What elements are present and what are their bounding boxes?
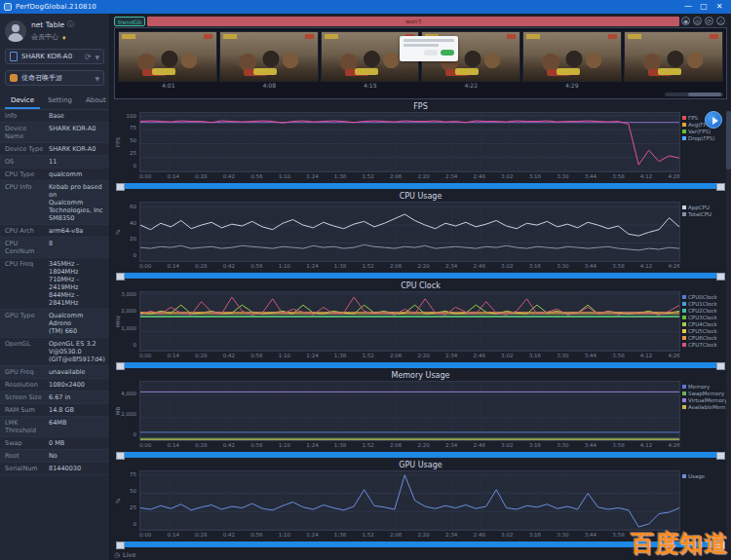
user-box[interactable]: net Table ⓘ 会员中心 ♦: [0, 14, 109, 49]
refresh-icon[interactable]: ⟳: [705, 17, 713, 25]
legend-label: SwapMemory: [688, 391, 724, 396]
info-value: Kebab pro based on Qualcomm Technologies…: [49, 183, 109, 222]
chart-plot: AppCPUTotalCPU: [139, 202, 680, 262]
info-value: OpenGL ES 3.2 V@0530.0 (GIT@e8f5917d4): [49, 340, 109, 363]
legend-item: VirtualMemory: [682, 397, 724, 403]
x-tick-label: 0:14: [168, 442, 179, 451]
app-logo-icon: [4, 3, 12, 11]
chart-scrollbar[interactable]: [116, 452, 725, 458]
info-value: 81440030: [49, 465, 109, 472]
screenshot-thumbnail[interactable]: [522, 31, 622, 82]
tab-about[interactable]: About: [80, 93, 112, 109]
x-tick-label: 3:16: [529, 173, 541, 182]
info-row: Device NameSHARK KOR-A0: [0, 123, 109, 143]
x-tick-label: 3:58: [612, 353, 624, 361]
avatar: [5, 20, 26, 42]
chart-body: %6040200AppCPUTotalCPU: [114, 202, 727, 262]
chart-title: CPU Usage: [114, 191, 727, 202]
alert-marker-bar[interactable]: won't: [147, 17, 679, 26]
info-value: SHARK KOR-A0: [49, 125, 109, 140]
x-tick-label: 3:02: [501, 532, 513, 541]
y-tick-label: 20: [130, 236, 136, 242]
x-tick-label: 1:10: [279, 442, 290, 451]
chart-plot: FPSAvg(FPS)Var(FPS)Drop(FPS): [139, 112, 680, 172]
y-tick-label: 75: [130, 471, 136, 477]
info-label: CPU Info: [0, 183, 49, 222]
x-tick-label: 1:10: [279, 353, 290, 361]
legend-item: TotalCPU: [682, 211, 724, 217]
x-tick-label: 0:42: [223, 173, 235, 182]
thumb-scene: [152, 68, 175, 75]
chart-plot: CPU0ClockCPU1ClockCPU2ClockCPU3ClockCPU4…: [139, 291, 680, 352]
thumbnail-time: 4:29: [521, 82, 623, 92]
legend-label: Drop(FPS): [688, 135, 715, 141]
y-tick-label: 0: [134, 342, 137, 348]
thumb-tag: [223, 34, 237, 39]
x-tick-label: 3:02: [501, 353, 513, 361]
chart-title: FPS: [114, 101, 727, 112]
chart-cpu-usage: CPU Usage%6040200AppCPUTotalCPU0:000:140…: [114, 191, 727, 280]
thumbnail-time: 4:01: [118, 82, 219, 92]
alert-marker-label: won't: [405, 18, 421, 24]
tab-setting[interactable]: Setting: [42, 93, 78, 109]
play-button[interactable]: [705, 111, 722, 129]
legend-label: CPU2Clock: [688, 308, 717, 314]
tab-device[interactable]: Device: [5, 93, 40, 109]
x-tick-label: 0:28: [195, 173, 207, 182]
trend-tag-button[interactable]: trendGb: [114, 17, 145, 26]
info-label: Device Name: [0, 125, 49, 140]
app-select[interactable]: 使命召唤手游 ▼: [5, 70, 104, 86]
y-tick-label: 25: [130, 150, 136, 156]
x-tick-label: 0:56: [250, 442, 262, 451]
popup-ok-button[interactable]: [441, 50, 454, 56]
y-tick-label: 25: [130, 504, 136, 510]
screenshot-thumbnail[interactable]: [219, 31, 319, 82]
x-axis-ticks: 0:000:140:280:420:561:101:241:381:522:06…: [139, 173, 680, 182]
x-tick-label: 3:30: [557, 353, 568, 361]
info-value: qualcomm: [49, 170, 109, 178]
screenshot-thumbnail[interactable]: [624, 31, 723, 82]
refresh-device-icon[interactable]: ⟳: [85, 53, 92, 61]
x-tick-label: 1:38: [334, 353, 346, 361]
x-tick-label: 3:44: [585, 442, 596, 451]
legend-swatch: [682, 316, 686, 319]
x-tick-label: 0:42: [223, 442, 235, 451]
x-tick-label: 0:56: [250, 263, 262, 272]
thumb-tag: [710, 34, 718, 39]
chart-scrollbar[interactable]: [116, 273, 725, 279]
x-tick-label: 3:16: [529, 442, 541, 451]
screenshot-scrollbar[interactable]: [665, 93, 723, 96]
chart-scrollbar[interactable]: [116, 183, 725, 189]
close-button[interactable]: ✕: [712, 1, 727, 13]
x-tick-label: 0:56: [250, 532, 262, 541]
info-label: Screen Size: [0, 393, 49, 401]
x-tick-label: 0:28: [195, 532, 207, 541]
thumb-scene: [658, 68, 681, 75]
x-tick-label: 1:24: [306, 263, 318, 272]
legend-item: Drop(FPS): [682, 135, 724, 141]
x-tick-label: 0:28: [195, 263, 207, 272]
y-tick-label: 40: [130, 220, 136, 226]
popup-text-line: [404, 44, 439, 47]
screenshot-thumbnail[interactable]: [118, 31, 217, 82]
chart-plot: MemorySwapMemoryVirtualMemoryAvailableMe…: [139, 381, 680, 441]
camera-icon[interactable]: ◎: [693, 17, 702, 25]
legend-item: Usage: [682, 473, 724, 479]
thumb-tag: [305, 34, 314, 39]
x-tick-label: 2:20: [417, 263, 429, 272]
vertical-scrollbar[interactable]: [726, 111, 731, 550]
info-row: RootNo: [0, 450, 109, 463]
membership-label[interactable]: 会员中心 ♦: [31, 32, 74, 42]
legend-swatch: [682, 392, 686, 395]
thumb-tag: [628, 34, 641, 39]
device-select[interactable]: SHARK KOR-A0 ⟳ ▼: [5, 49, 104, 64]
chart-scrollbar[interactable]: [116, 362, 725, 368]
legend-item: AvailableMem: [682, 404, 724, 410]
export-icon[interactable]: △: [716, 17, 725, 25]
legend-label: CPU5Clock: [688, 328, 717, 334]
marker-icon[interactable]: ◉: [681, 17, 690, 25]
popup-cancel-button[interactable]: [424, 50, 438, 56]
maximize-button[interactable]: ▢: [696, 1, 712, 13]
legend-label: CPU1Clock: [688, 301, 717, 307]
minimize-button[interactable]: —: [680, 1, 696, 13]
